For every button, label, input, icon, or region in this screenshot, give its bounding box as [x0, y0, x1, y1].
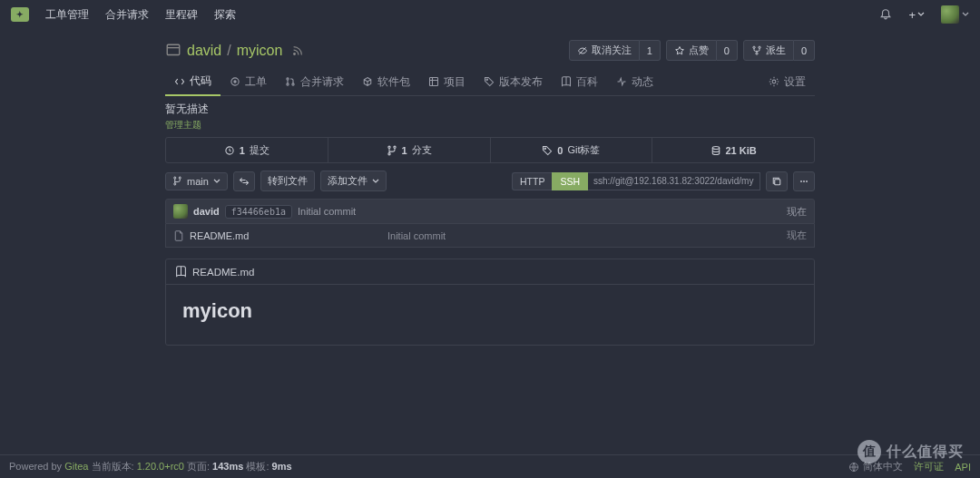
footer-gitea-link[interactable]: Gitea	[64, 461, 88, 472]
package-icon	[362, 76, 373, 87]
svg-point-1	[294, 53, 296, 54]
watch-count[interactable]: 1	[640, 40, 661, 61]
svg-point-9	[292, 83, 294, 85]
tab-packages[interactable]: 软件包	[353, 68, 419, 95]
bell-icon[interactable]	[879, 8, 892, 21]
code-icon	[174, 76, 185, 87]
footer-tmpl-time: 9ms	[272, 461, 292, 472]
svg-point-4	[756, 52, 758, 54]
star-button[interactable]: 点赞	[666, 40, 717, 61]
nav-issues[interactable]: 工单管理	[45, 7, 89, 23]
issue-icon	[230, 76, 240, 87]
logo-icon[interactable]: ✦	[11, 7, 29, 22]
tab-activity[interactable]: 动态	[607, 68, 662, 95]
compare-button[interactable]	[233, 171, 255, 191]
user-menu[interactable]	[941, 5, 969, 24]
svg-point-17	[544, 148, 546, 150]
svg-point-6	[234, 81, 236, 83]
compare-icon	[239, 176, 250, 187]
file-commit-message[interactable]: Initial commit	[387, 230, 787, 241]
fork-button[interactable]: 派生	[743, 40, 794, 61]
proto-ssh-button[interactable]: SSH	[552, 172, 588, 190]
commit-hash[interactable]: f34466eb1a	[225, 205, 292, 219]
tab-code[interactable]: 代码	[165, 68, 220, 96]
gear-icon	[769, 76, 779, 87]
top-nav: ✦ 工单管理 合并请求 里程碑 探索 +	[0, 0, 980, 29]
repo-owner-link[interactable]: david	[187, 43, 221, 59]
svg-point-24	[803, 180, 805, 182]
svg-rect-0	[167, 44, 180, 54]
star-icon	[674, 45, 685, 56]
tab-issues[interactable]: 工单	[220, 68, 276, 95]
fork-count[interactable]: 0	[794, 40, 815, 61]
stat-commits[interactable]: 1提交	[166, 138, 328, 162]
svg-point-19	[174, 177, 176, 179]
commit-author[interactable]: david	[193, 206, 220, 217]
repo-tabs: 代码 工单 合并请求 软件包 项目 版本发布 百科 动态 设置	[165, 68, 815, 96]
nav-pulls[interactable]: 合并请求	[105, 7, 149, 23]
rss-icon[interactable]	[291, 44, 304, 57]
add-file-button[interactable]: 添加文件	[320, 171, 387, 191]
footer-version-label: 当前版本:	[88, 461, 136, 472]
commit-message[interactable]: Initial commit	[298, 206, 356, 217]
clone-url-input[interactable]	[588, 172, 760, 190]
toolbar: main 转到文件 添加文件 HTTP SSH	[165, 171, 815, 191]
commit-time: 现在	[787, 205, 807, 219]
footer-api-link[interactable]: API	[955, 462, 971, 473]
branch-icon	[387, 145, 397, 156]
unwatch-button[interactable]: 取消关注	[569, 40, 640, 61]
chevron-down-icon	[372, 178, 379, 185]
nav-explore[interactable]: 探索	[214, 7, 236, 23]
pr-icon	[285, 76, 296, 87]
chevron-down-icon	[213, 178, 220, 185]
branch-selector[interactable]: main	[165, 172, 228, 190]
readme-filename: README.md	[192, 267, 254, 278]
footer-license-link[interactable]: 许可证	[914, 460, 944, 473]
svg-point-12	[772, 80, 776, 83]
footer-page-label: 页面:	[184, 461, 212, 472]
svg-rect-22	[775, 179, 780, 184]
commit-avatar[interactable]	[173, 204, 188, 219]
tab-projects[interactable]: 项目	[419, 68, 475, 95]
book-icon	[175, 266, 187, 278]
svg-point-15	[393, 146, 395, 148]
nav-milestones[interactable]: 里程碑	[165, 7, 198, 23]
download-button[interactable]	[793, 171, 815, 191]
tab-wiki[interactable]: 百科	[552, 68, 607, 95]
project-icon	[428, 76, 439, 87]
footer-version[interactable]: 1.20.0+rc0	[137, 461, 184, 472]
tab-releases[interactable]: 版本发布	[475, 68, 552, 95]
svg-point-7	[287, 78, 289, 80]
table-row[interactable]: README.md Initial commit 现在	[165, 224, 815, 248]
svg-point-14	[387, 146, 389, 148]
stat-tags[interactable]: 0Git标签	[490, 138, 652, 162]
copy-url-button[interactable]	[766, 171, 788, 191]
footer-lang-selector[interactable]: 简体中文	[848, 460, 903, 473]
proto-http-button[interactable]: HTTP	[512, 172, 552, 190]
manage-topics-link[interactable]: 管理主题	[165, 120, 201, 130]
book-icon	[561, 76, 572, 87]
avatar	[941, 5, 959, 24]
file-commit-time: 现在	[787, 229, 807, 242]
svg-rect-10	[430, 78, 438, 86]
svg-point-2	[753, 46, 755, 48]
copy-icon	[771, 176, 782, 187]
svg-point-3	[759, 46, 760, 48]
stat-branches[interactable]: 1分支	[328, 138, 490, 162]
stat-size[interactable]: 21 KiB	[652, 138, 814, 162]
file-icon	[173, 230, 184, 241]
svg-point-23	[800, 180, 802, 182]
plus-icon: +	[908, 8, 916, 22]
tab-settings[interactable]: 设置	[760, 69, 815, 95]
goto-file-button[interactable]: 转到文件	[260, 171, 315, 191]
create-dropdown[interactable]: +	[908, 8, 925, 22]
tab-pulls[interactable]: 合并请求	[276, 68, 353, 95]
svg-point-25	[806, 180, 808, 182]
star-count[interactable]: 0	[717, 40, 738, 61]
globe-icon	[848, 462, 859, 473]
history-icon	[224, 145, 235, 156]
branch-icon	[172, 176, 182, 186]
repo-name-link[interactable]: myicon	[237, 43, 283, 59]
svg-point-21	[174, 183, 176, 185]
chevron-down-icon	[962, 11, 969, 18]
